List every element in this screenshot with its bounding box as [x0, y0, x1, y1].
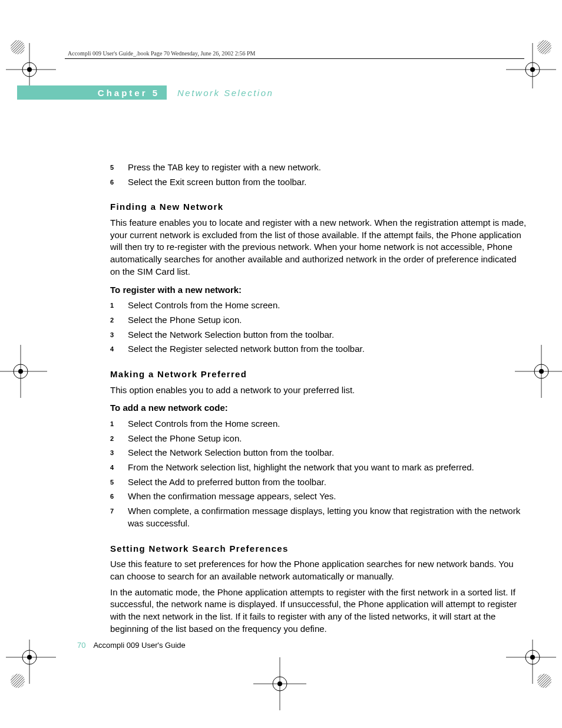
paragraph: This option enables you to add a network… — [110, 384, 528, 397]
crop-mark-icon — [6, 640, 59, 693]
section-heading: Making a Network Preferred — [110, 368, 528, 381]
list-item: 3Select the Network Selection button fro… — [110, 447, 528, 459]
page-content: 5 Press the TAB key to register with a n… — [110, 160, 528, 638]
chapter-bar: Chapter 5 Network Selection — [17, 85, 273, 100]
crop-mark-icon — [253, 657, 306, 710]
list-item: 5Select the Add to preferred button from… — [110, 476, 528, 489]
list-item: 2Select the Phone Setup icon. — [110, 433, 528, 445]
running-head: Accompli 009 User's Guide_.book Page 70 … — [68, 50, 255, 57]
list-item: 4From the Network selection list, highli… — [110, 462, 528, 474]
paragraph: This feature enables you to locate and r… — [110, 217, 528, 278]
chapter-label: Chapter 5 — [98, 88, 160, 98]
svg-point-1 — [11, 40, 25, 54]
subheading: To register with a new network: — [110, 284, 528, 297]
footer-title: Accompli 009 User's Guide — [93, 641, 185, 650]
section-heading: Finding a New Network — [110, 201, 528, 213]
header-rule — [65, 58, 524, 59]
list-item: 6When the confirmation message appears, … — [110, 490, 528, 503]
section-heading: Setting Network Search Preferences — [110, 543, 528, 555]
paragraph: In the automatic mode, the Phone applica… — [110, 587, 528, 635]
svg-point-6 — [537, 40, 551, 54]
list-item: 6 Select the Exit screen button from the… — [110, 176, 528, 189]
crop-mark-icon — [0, 345, 47, 398]
list-item: 5 Press the TAB key to register with a n… — [110, 162, 528, 174]
list-item: 1Select Controls from the Home screen. — [110, 299, 528, 312]
list-item: 4Select the Register selected network bu… — [110, 343, 528, 355]
crop-mark-icon — [503, 35, 556, 88]
chapter-title: Network Selection — [177, 88, 273, 98]
paragraph: Use this feature to set preferences for … — [110, 558, 528, 582]
list-item: 7When complete, a confirmation message d… — [110, 505, 528, 529]
subheading: To add a new network code: — [110, 402, 528, 414]
page-footer: 70 Accompli 009 User's Guide — [77, 641, 186, 650]
svg-point-28 — [537, 674, 551, 688]
list-item: 3Select the Network Selection button fro… — [110, 329, 528, 341]
list-item: 1Select Controls from the Home screen. — [110, 418, 528, 430]
svg-point-23 — [11, 674, 25, 688]
crop-mark-icon — [6, 35, 59, 88]
list-item: 2Select the Phone Setup icon. — [110, 314, 528, 327]
crop-mark-icon — [503, 640, 556, 693]
page-number: 70 — [77, 641, 85, 650]
